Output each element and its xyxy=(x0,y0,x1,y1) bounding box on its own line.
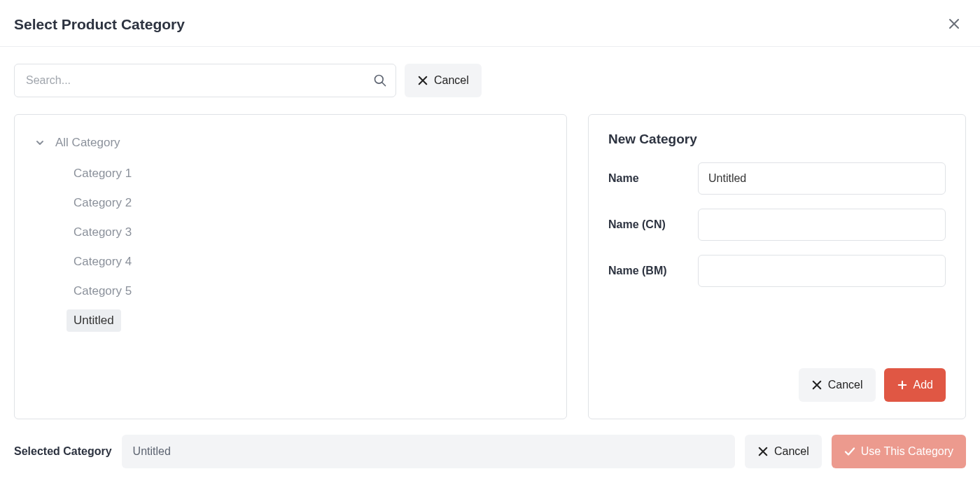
check-icon xyxy=(844,446,855,457)
close-icon xyxy=(417,75,428,86)
svg-line-1 xyxy=(382,83,386,86)
tree-root[interactable]: All Category xyxy=(31,132,550,154)
cancel-search-button[interactable]: Cancel xyxy=(405,64,482,97)
search-field[interactable] xyxy=(14,64,396,97)
selected-category-value: Untitled xyxy=(122,435,735,468)
name-cn-label: Name (CN) xyxy=(608,218,698,231)
name-bm-label: Name (BM) xyxy=(608,265,698,277)
form-add-button[interactable]: Add xyxy=(884,368,946,402)
close-icon xyxy=(948,17,960,33)
use-this-category-button[interactable]: Use This Category xyxy=(832,435,966,468)
close-icon xyxy=(811,379,822,391)
selected-category-label: Selected Category xyxy=(14,445,112,458)
button-label: Use This Category xyxy=(861,445,953,458)
name-input[interactable] xyxy=(698,162,946,195)
tree-item[interactable]: Category 3 xyxy=(66,221,139,244)
button-label: Cancel xyxy=(774,445,809,458)
form-title: New Category xyxy=(608,132,946,147)
category-tree-panel: All Category Category 1Category 2Categor… xyxy=(14,114,567,419)
close-icon xyxy=(757,446,769,457)
tree-item[interactable]: Category 1 xyxy=(66,162,139,185)
name-cn-input[interactable] xyxy=(698,209,946,241)
button-label: Cancel xyxy=(828,379,863,391)
search-input[interactable] xyxy=(15,74,365,87)
footer-cancel-button[interactable]: Cancel xyxy=(745,435,822,468)
name-label: Name xyxy=(608,172,698,185)
form-cancel-button[interactable]: Cancel xyxy=(799,368,876,402)
tree-item[interactable]: Category 2 xyxy=(66,192,139,214)
button-label: Cancel xyxy=(434,74,469,87)
new-category-form: New Category Name Name (CN) Name (BM) Ca… xyxy=(588,114,966,419)
tree-item[interactable]: Untitled xyxy=(66,309,121,332)
tree-item[interactable]: Category 4 xyxy=(66,251,139,273)
page-title: Select Product Category xyxy=(14,16,185,33)
name-bm-input[interactable] xyxy=(698,255,946,287)
tree-root-label: All Category xyxy=(55,136,120,150)
button-label: Add xyxy=(913,379,933,391)
plus-icon xyxy=(897,379,908,391)
tree-item[interactable]: Category 5 xyxy=(66,280,139,302)
close-button[interactable] xyxy=(942,13,966,36)
chevron-down-icon xyxy=(34,137,46,148)
search-icon xyxy=(365,64,396,97)
